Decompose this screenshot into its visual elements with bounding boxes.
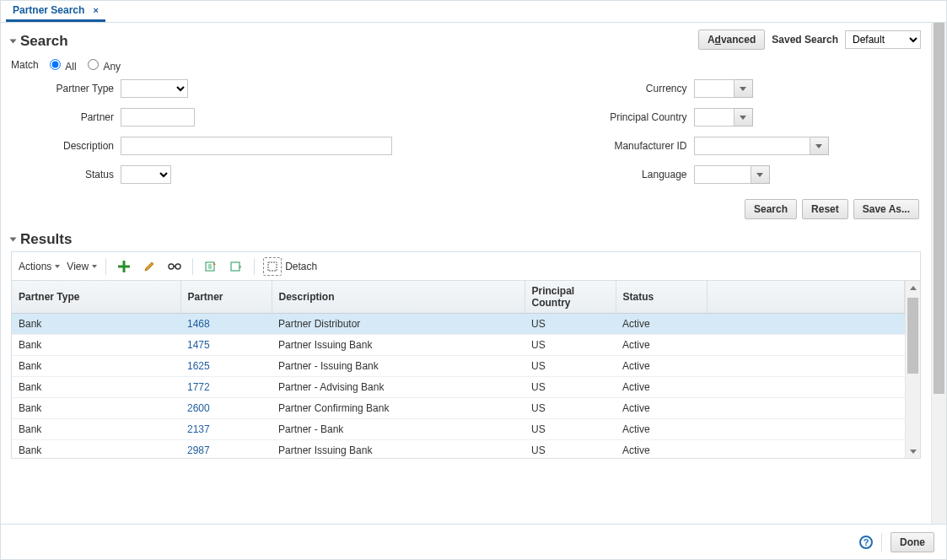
view-button[interactable] — [165, 257, 184, 276]
export-button[interactable] — [202, 257, 220, 276]
principal-country-input[interactable] — [694, 108, 734, 127]
language-input[interactable] — [694, 165, 751, 184]
chevron-down-icon — [55, 265, 60, 268]
cell-partner-type: Bank — [12, 440, 180, 459]
partner-link[interactable]: 1468 — [187, 318, 210, 330]
partner-label: Partner — [11, 111, 121, 123]
status-label: Status — [11, 169, 121, 180]
cell-partner[interactable]: 1772 — [180, 377, 272, 398]
cell-partner[interactable]: 1468 — [180, 314, 272, 335]
cell-principal-country: US — [525, 377, 616, 398]
results-header: Results — [11, 231, 921, 248]
partner-link[interactable]: 1772 — [187, 381, 210, 393]
actions-menu[interactable]: Actions — [19, 261, 60, 272]
results-title: Results — [20, 231, 72, 248]
principal-country-lov-button[interactable] — [734, 108, 753, 127]
cell-partner-type: Bank — [12, 356, 180, 377]
scroll-thumb[interactable] — [934, 23, 944, 394]
advanced-button[interactable]: Advanced — [698, 30, 765, 50]
cell-description: Partner Confirming Bank — [272, 398, 525, 419]
partner-link[interactable]: 1625 — [187, 360, 210, 372]
svg-rect-4 — [268, 262, 277, 271]
table-row[interactable]: Bank1475Partner Issuing BankUSActive — [12, 335, 905, 356]
cell-partner[interactable]: 1475 — [180, 335, 272, 356]
cell-partner-type: Bank — [12, 419, 180, 440]
detach-button[interactable]: Detach — [263, 257, 317, 276]
table-row[interactable]: Bank2137Partner - BankUSActive — [12, 419, 905, 440]
manufacturer-id-lov-button[interactable] — [810, 137, 829, 155]
chevron-down-icon — [740, 116, 746, 120]
view-menu[interactable]: View — [67, 261, 97, 272]
partner-link[interactable]: 2987 — [187, 444, 210, 456]
status-select[interactable] — [121, 165, 171, 184]
partner-input[interactable] — [121, 108, 195, 127]
currency-lov-button[interactable] — [734, 79, 753, 98]
cell-partner[interactable]: 2987 — [180, 440, 272, 459]
manufacturer-id-label: Manufacturer ID — [492, 140, 694, 152]
edit-button[interactable] — [140, 257, 159, 276]
partner-link[interactable]: 2600 — [187, 402, 210, 414]
col-partner[interactable]: Partner — [180, 281, 272, 314]
match-any-radio[interactable]: Any — [83, 57, 121, 73]
wrap-button[interactable] — [227, 257, 245, 276]
scroll-down-icon[interactable] — [906, 444, 920, 458]
reset-button[interactable]: Reset — [802, 199, 848, 219]
close-icon[interactable]: × — [93, 5, 98, 15]
table-row[interactable]: Bank1772Partner - Advising BankUSActive — [12, 377, 905, 398]
language-label: Language — [492, 169, 694, 180]
col-partner-type[interactable]: Partner Type — [12, 281, 180, 314]
cell-description: Partner Issuing Bank — [272, 440, 525, 459]
export-icon — [205, 261, 217, 272]
results-table: Partner Type Partner Description Princip… — [11, 280, 921, 459]
table-scrollbar[interactable] — [905, 281, 920, 458]
cell-principal-country: US — [525, 356, 616, 377]
table-row[interactable]: Bank1625Partner - Issuing BankUSActive — [12, 356, 905, 377]
table-row[interactable]: Bank2600Partner Confirming BankUSActive — [12, 398, 905, 419]
help-icon[interactable]: ? — [859, 536, 873, 549]
table-row[interactable]: Bank2987Partner Issuing BankUSActive — [12, 440, 905, 459]
partner-link[interactable]: 1475 — [187, 339, 210, 351]
cell-status: Active — [616, 398, 707, 419]
currency-input[interactable] — [694, 79, 734, 98]
save-as-button[interactable]: Save As... — [853, 199, 919, 219]
cell-partner[interactable]: 2137 — [180, 419, 272, 440]
col-principal-country[interactable]: Principal Country — [525, 281, 616, 314]
cell-description: Partner - Bank — [272, 419, 525, 440]
search-button[interactable]: Search — [745, 199, 797, 219]
cell-partner-type: Bank — [12, 314, 180, 335]
separator — [254, 258, 255, 275]
principal-country-label: Principal Country — [492, 111, 694, 123]
tabbar: Partner Search × — [1, 1, 946, 23]
table-row[interactable]: Bank1468Partner DistributorUSActive — [12, 314, 905, 335]
footer: ? Done — [1, 524, 946, 559]
page-scrollbar[interactable] — [931, 23, 946, 524]
chevron-down-icon — [756, 173, 763, 177]
cell-principal-country: US — [525, 398, 616, 419]
scroll-thumb[interactable] — [907, 298, 918, 374]
chevron-down-icon — [92, 265, 97, 268]
partner-type-select[interactable] — [121, 79, 188, 98]
col-description[interactable]: Description — [272, 281, 525, 314]
tab-partner-search[interactable]: Partner Search × — [6, 2, 105, 22]
cell-partner[interactable]: 1625 — [180, 356, 272, 377]
glasses-icon — [168, 262, 181, 271]
done-button[interactable]: Done — [891, 532, 934, 552]
language-lov-button[interactable] — [751, 165, 770, 184]
cell-status: Active — [616, 356, 707, 377]
chevron-down-icon — [740, 87, 746, 91]
scroll-up-icon[interactable] — [906, 281, 920, 294]
manufacturer-id-input[interactable] — [694, 137, 810, 155]
partner-link[interactable]: 2137 — [187, 423, 210, 435]
cell-partner[interactable]: 2600 — [180, 398, 272, 419]
match-label: Match — [11, 59, 39, 71]
saved-search-label: Saved Search — [772, 34, 838, 46]
saved-search-select[interactable]: Default — [845, 30, 921, 49]
match-all-radio[interactable]: All — [46, 57, 77, 73]
col-status[interactable]: Status — [616, 281, 707, 314]
description-input[interactable] — [121, 137, 392, 155]
disclosure-icon[interactable] — [10, 238, 17, 242]
svg-point-0 — [169, 264, 174, 269]
disclosure-icon[interactable] — [10, 40, 17, 44]
chevron-down-icon — [815, 144, 822, 148]
create-button[interactable] — [115, 257, 133, 276]
